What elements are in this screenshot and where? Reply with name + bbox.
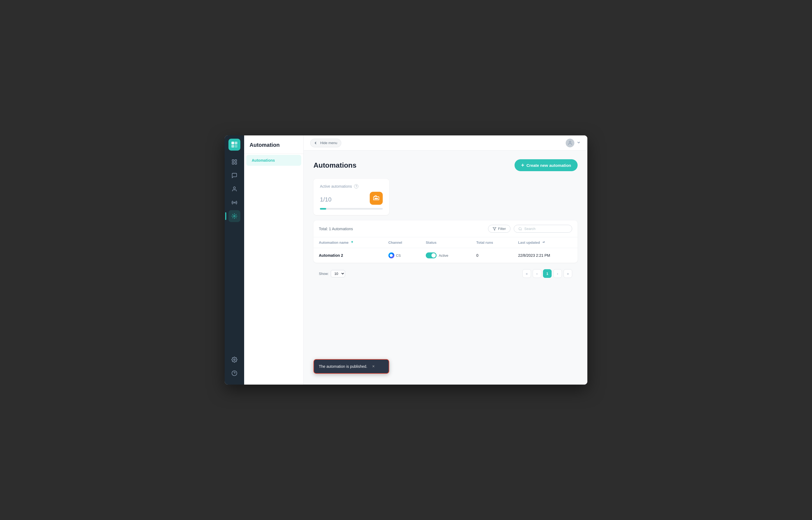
svg-rect-1 — [235, 141, 237, 145]
svg-rect-6 — [232, 162, 234, 164]
svg-point-9 — [234, 202, 235, 203]
content-header: Automations + Create new automation — [313, 159, 578, 171]
channel-cell: CS — [388, 253, 415, 258]
automations-table: Total: 1 Automations Filter — [313, 220, 578, 263]
svg-point-14 — [569, 141, 571, 143]
prev-page-button[interactable]: ‹ — [533, 269, 541, 278]
sort-updown-icon[interactable] — [542, 240, 545, 244]
table-toolbar: Total: 1 Automations Filter — [313, 220, 578, 237]
next-page-button[interactable]: › — [553, 269, 562, 278]
nav-title: Automation — [244, 135, 303, 154]
show-label: Show: — [319, 271, 329, 276]
sidebar-item-automation[interactable] — [228, 210, 240, 222]
sidebar-item-inbox[interactable] — [228, 170, 240, 181]
svg-marker-18 — [493, 227, 496, 230]
svg-rect-3 — [235, 145, 237, 148]
cell-updated: 22/8/2023 2:21 PM — [513, 248, 578, 263]
svg-point-15 — [375, 198, 376, 199]
filter-button[interactable]: Filter — [488, 225, 510, 233]
sidebar-item-grid[interactable] — [228, 156, 240, 168]
page-size-select[interactable]: 10 25 50 — [331, 270, 345, 277]
hide-menu-button[interactable]: Hide menu — [310, 139, 341, 147]
cell-channel: CS — [383, 248, 420, 263]
toast-notification: The automation is published. × — [313, 359, 389, 374]
user-avatar[interactable] — [566, 139, 575, 147]
chevron-left-icon — [313, 140, 318, 146]
stats-total: /10 — [323, 196, 332, 203]
show-select: Show: 10 25 50 — [319, 270, 345, 277]
channel-name: CS — [396, 254, 401, 258]
hide-menu-label: Hide menu — [320, 141, 337, 145]
stats-bar-fill — [320, 208, 326, 210]
nav-panel: Automation Automations — [244, 135, 304, 385]
sidebar-item-support[interactable] — [228, 367, 240, 379]
svg-point-16 — [376, 198, 377, 199]
search-icon — [518, 227, 522, 231]
svg-point-8 — [233, 187, 235, 189]
stats-number: 1/10 — [320, 192, 332, 204]
page-controls: « ‹ 1 › » — [523, 269, 572, 278]
plus-icon: + — [521, 162, 524, 168]
svg-rect-4 — [232, 160, 234, 161]
main-content: Hide menu Automations — [304, 135, 587, 385]
toast-close-button[interactable]: × — [372, 363, 375, 369]
svg-rect-7 — [235, 162, 236, 164]
cell-status: Active — [420, 248, 471, 263]
col-updated: Last updated — [513, 237, 578, 248]
sidebar — [225, 135, 244, 385]
topbar-right — [566, 139, 581, 147]
search-input[interactable] — [524, 227, 567, 231]
svg-point-19 — [519, 227, 521, 230]
table-row: Automation 2 CS — [313, 248, 578, 263]
stats-label: Active automations — [320, 184, 352, 188]
table-actions: Filter — [488, 225, 572, 233]
sidebar-item-settings[interactable] — [228, 354, 240, 366]
page-title: Automations — [313, 161, 357, 170]
stats-icon — [370, 192, 383, 205]
page-content: Automations + Create new automation Acti… — [304, 151, 587, 385]
status-cell: Active — [426, 253, 466, 258]
sort-asc-icon[interactable] — [351, 240, 354, 244]
filter-label: Filter — [498, 227, 506, 231]
create-btn-label: Create new automation — [527, 163, 571, 167]
create-automation-button[interactable]: + Create new automation — [514, 159, 578, 171]
table-total: Total: 1 Automations — [319, 227, 353, 231]
table-header-row: Automation name Channel Status Total run… — [313, 237, 578, 248]
stats-card: Active automations ? 1/10 — [313, 179, 389, 215]
topbar: Hide menu — [304, 135, 587, 151]
svg-rect-2 — [231, 145, 234, 148]
app-logo[interactable] — [228, 139, 240, 151]
cell-name: Automation 2 — [313, 248, 383, 263]
pagination: Show: 10 25 50 « ‹ 1 › » — [313, 265, 578, 282]
col-status: Status — [420, 237, 471, 248]
cell-runs: 0 — [471, 248, 513, 263]
svg-point-17 — [377, 198, 378, 199]
sidebar-item-broadcast[interactable] — [228, 197, 240, 209]
stats-bar — [320, 208, 383, 210]
stats-main: 1/10 — [320, 192, 383, 205]
search-wrap — [514, 225, 572, 233]
status-toggle[interactable] — [426, 253, 437, 258]
sidebar-item-contacts[interactable] — [228, 183, 240, 195]
chevron-down-icon[interactable] — [577, 140, 581, 146]
first-page-button[interactable]: « — [523, 269, 531, 278]
svg-point-11 — [233, 359, 235, 361]
page-1-button[interactable]: 1 — [543, 269, 552, 278]
svg-rect-0 — [231, 141, 234, 145]
stats-header: Active automations ? — [320, 184, 383, 188]
col-runs: Total runs — [471, 237, 513, 248]
messenger-icon — [388, 253, 394, 258]
topbar-left: Hide menu — [310, 139, 341, 147]
help-icon[interactable]: ? — [354, 184, 358, 188]
svg-rect-5 — [235, 160, 236, 161]
status-text: Active — [439, 254, 448, 258]
last-page-button[interactable]: » — [563, 269, 572, 278]
automations-data-table: Automation name Channel Status Total run… — [313, 237, 578, 263]
col-name: Automation name — [313, 237, 383, 248]
col-channel: Channel — [383, 237, 420, 248]
filter-icon — [493, 227, 496, 231]
toast-message: The automation is published. — [319, 364, 367, 369]
svg-point-10 — [233, 215, 235, 217]
nav-item-automations[interactable]: Automations — [246, 155, 301, 166]
